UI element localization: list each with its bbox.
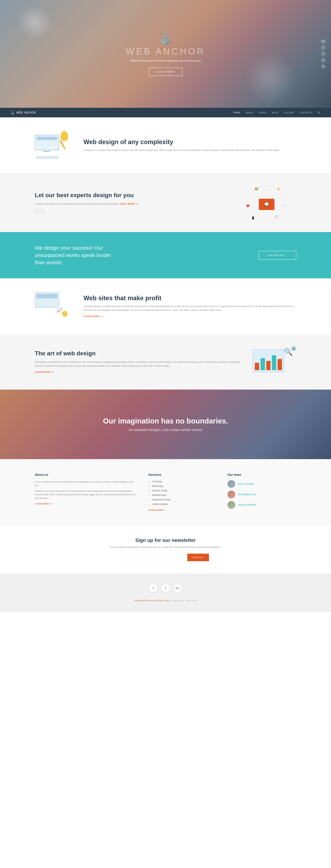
navbar-brand-web: WEB	[16, 111, 23, 114]
newsletter-description: Email us with any questions or inquiries…	[35, 546, 296, 548]
art-illustration: 🔍 ⚙️	[253, 346, 296, 377]
profit-section: 🪙 📈 Web sites that make profit A website…	[0, 278, 331, 334]
nav-blog[interactable]: BLOG	[272, 112, 278, 114]
circle-diagram: 🖼️ 💡 📱 🛒 ❤️ ✉️	[247, 185, 286, 223]
services-title: Services	[148, 473, 217, 477]
hero-twitter-icon[interactable]: t	[321, 45, 326, 50]
service-label-2: Mobile Apps	[152, 485, 163, 487]
hero-subtitle: When the best and the most expensive are…	[130, 59, 201, 62]
chart-bar-3	[266, 361, 271, 370]
chart-bar-4	[272, 355, 276, 370]
navbar-brand-anchor-text: ANCHOR	[24, 111, 36, 114]
webdesign-illustration	[35, 131, 73, 159]
about-column: About us If you are skilled enough, have…	[35, 473, 138, 512]
footer-terms-link[interactable]: Terms of use	[186, 599, 197, 602]
art-title: The art of web design	[35, 350, 242, 357]
service-label-4: Wearable Apps	[152, 494, 166, 496]
nav-contacts[interactable]: CONTACTS	[300, 112, 312, 114]
hero-linkedin-icon[interactable]: in	[321, 64, 326, 69]
experts-title: Let our best experts design for you	[35, 192, 237, 199]
check-icon-4: ✓	[148, 494, 150, 496]
three-col-section: About us If you are skilled enough, have…	[0, 459, 331, 525]
next-arrow[interactable]: >	[40, 209, 44, 214]
check-icon-5: ✓	[148, 498, 150, 501]
service-label-5: Responsive Design	[152, 498, 170, 501]
footer-twitter-icon[interactable]: t	[149, 584, 158, 593]
check-icon-6: ✓	[148, 503, 150, 505]
newsletter-email-input[interactable]	[122, 554, 187, 561]
prev-arrow[interactable]: <	[35, 209, 39, 214]
nav-home[interactable]: HOME	[234, 112, 240, 114]
profit-arrow-icon: 📈	[57, 307, 63, 313]
search-icon[interactable]: 🔍	[318, 111, 321, 114]
art-learn-more[interactable]: LEARN MORE >>	[35, 371, 54, 373]
cta-text: We design your success! Our unsurpassed …	[35, 244, 122, 266]
team-column: Our team DINA STORM SUZANNA FOX JOHAN FE…	[228, 473, 296, 512]
service-label-6: Lifetime Updates	[152, 503, 168, 505]
cta-button[interactable]: SEE BELOW...	[259, 251, 296, 260]
chart-bar-1	[255, 363, 259, 370]
navbar-anchor-icon: ⚓	[10, 111, 15, 115]
cta-title: We design your success! Our unsurpassed …	[35, 244, 122, 266]
footer-facebook-icon[interactable]: f	[161, 584, 170, 593]
webdesign-title: Web design of any complexity	[84, 138, 280, 146]
experts-read-more[interactable]: READ MORE >>	[120, 203, 138, 205]
footer-gplus-icon[interactable]: G+	[173, 584, 182, 593]
service-item-1: ✓ UX Design	[148, 480, 217, 483]
profit-learn-more[interactable]: LEARN MORE >>	[84, 315, 103, 318]
profit-monitor	[35, 292, 59, 308]
chart-bar-5	[278, 359, 282, 370]
newsletter-section: Sign up for our newsletter Email us with…	[0, 525, 331, 574]
orbit-icon-4: 🛒	[275, 215, 278, 218]
about-learn-more[interactable]: LEARN MORE >>	[35, 503, 53, 505]
services-learn-more[interactable]: LEARN MORE >>	[148, 509, 166, 511]
avatar-johan	[228, 501, 235, 509]
nav-about[interactable]: ABOUT	[246, 112, 253, 114]
webdesign-content: Web design of any complexity A website i…	[84, 138, 280, 152]
profit-img: 🪙 📈	[35, 292, 69, 318]
footer-privacy-link[interactable]: Privacy policy	[172, 599, 183, 602]
webdesign-section: Web design of any complexity A website i…	[0, 117, 331, 173]
nav-gallery[interactable]: GALLERY	[284, 112, 295, 114]
hero-gplus-icon[interactable]: G+	[321, 39, 326, 44]
art-description: Web design is performed by an IT profess…	[35, 360, 242, 368]
newsletter-signup-button[interactable]: SIGN UP	[187, 554, 209, 561]
service-label-3: Interface Design	[152, 489, 167, 492]
team-member-1: DINA STORM	[228, 480, 296, 488]
services-column: Services ✓ UX Design ✓ Mobile Apps ✓ Int…	[148, 473, 217, 512]
check-icon-3: ✓	[148, 489, 150, 492]
footer-section: t f G+ WEB ANCHOR DESIGN STUDIO © 2016 P…	[0, 574, 331, 612]
team-title: Our team	[228, 473, 296, 477]
about-title: About us	[35, 473, 138, 477]
art-content: The art of web design Web design is perf…	[35, 350, 242, 374]
service-item-6: ✓ Lifetime Updates	[148, 503, 217, 505]
orbit-icon-3: 📱	[251, 216, 255, 220]
chart-bar-2	[261, 358, 265, 370]
check-icon-1: ✓	[148, 480, 150, 483]
hero-pinterest-icon[interactable]: p	[321, 58, 326, 63]
keyboard-icon	[36, 156, 58, 159]
footer-bottom: WEB ANCHOR DESIGN STUDIO © 2016 Privacy …	[35, 599, 296, 602]
footer-social-bar: t f G+	[35, 584, 296, 593]
team-name-3: JOHAN FERRO	[238, 504, 257, 506]
orbit-icon-6: ✉️	[283, 204, 286, 208]
hero-social-bar: G+ t f p in	[321, 39, 326, 69]
navbar-brand: ⚓ WEBANCHOR	[10, 111, 36, 115]
about-para2: However, to save your time and effort, t…	[35, 489, 138, 500]
profit-illustration: 🪙 📈	[35, 292, 73, 320]
experts-section: Let our best experts design for you A we…	[0, 173, 331, 232]
newsletter-title: Sign up for our newsletter	[35, 537, 296, 543]
team-name-1: DINA STORM	[238, 483, 254, 485]
hero-facebook-icon[interactable]: f	[321, 52, 326, 56]
about-para1: If you are skilled enough, have enough t…	[35, 480, 138, 487]
art-section: The art of web design Web design is perf…	[0, 334, 331, 390]
orbit-icon-5: ❤️	[246, 204, 249, 208]
newsletter-form: SIGN UP	[122, 554, 209, 561]
navbar: ⚓ WEBANCHOR HOME ABOUT PAGES BLOG GALLER…	[0, 108, 331, 117]
imagination-section: Our imagination has no boundaries. No st…	[0, 390, 331, 459]
art-chart	[253, 350, 284, 372]
hero-cta-button[interactable]: CLICK HERE!	[149, 68, 182, 76]
profit-description: A website design is a broad term that in…	[84, 304, 296, 312]
nav-pages[interactable]: PAGES	[259, 112, 267, 114]
navbar-nav: HOME ABOUT PAGES BLOG GALLERY CONTACTS 🔍	[234, 111, 321, 114]
